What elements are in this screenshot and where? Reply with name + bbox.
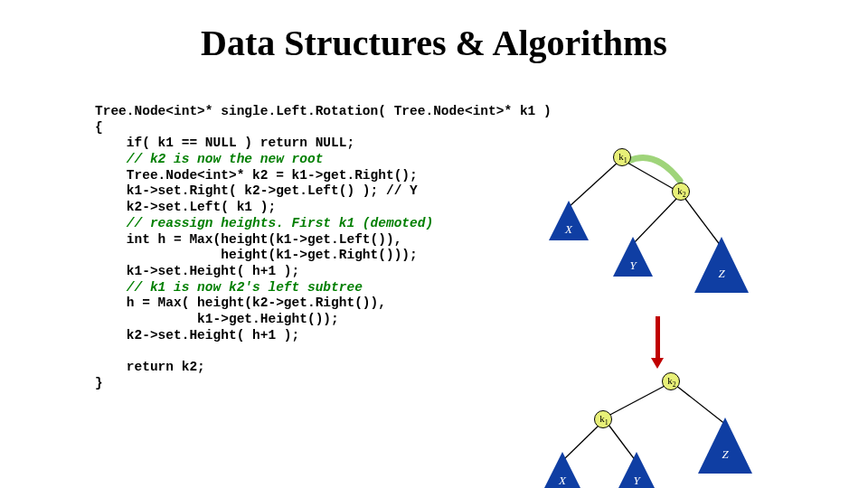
code-line: height(k1->get.Right()));	[95, 248, 418, 262]
slide: Data Structures & Algorithms Tree.Node<i…	[0, 0, 868, 488]
code-line: return k2;	[95, 360, 205, 374]
code-line: Tree.Node<int>* single.Left.Rotation( Tr…	[95, 104, 552, 118]
arrow-down-icon	[651, 316, 664, 371]
code-line: {	[95, 120, 103, 135]
code-line: k2->set.Height( h+1 );	[95, 328, 299, 343]
triangle-label-z: Z	[716, 447, 734, 462]
code-line: }	[95, 376, 103, 390]
triangle-label-z: Z	[712, 267, 731, 281]
code-comment: // k1 is now k2's left subtree	[95, 280, 363, 295]
code-line: k1->get.Height());	[95, 312, 339, 326]
code-line: k1->set.Height( h+1 );	[95, 264, 299, 278]
svg-line-4	[605, 385, 666, 418]
triangle-label-y: Y	[628, 474, 645, 488]
triangle-z	[698, 418, 752, 474]
triangle-z	[694, 237, 749, 293]
code-line: int h = Max(height(k1->get.Left()),	[95, 232, 401, 247]
code-comment: // k2 is now the new root	[95, 152, 323, 166]
triangle-label-x: X	[561, 222, 577, 237]
node-label-k1: k1	[598, 414, 610, 427]
node-label-k1: k1	[617, 152, 629, 164]
node-label-k2: k2	[675, 186, 688, 199]
code-comment: // reassign heights. First k1 (demoted)	[95, 216, 433, 230]
code-block: Tree.Node<int>* single.Left.Rotation( Tr…	[95, 104, 552, 391]
diagram-before: k1 k2 X Y Z	[533, 136, 769, 316]
node-label-k2: k2	[665, 376, 678, 389]
page-title: Data Structures & Algorithms	[0, 22, 868, 64]
code-line: h = Max( height(k2->get.Right()),	[95, 296, 386, 310]
diagram-after: k2 k1 X Y Z	[533, 371, 769, 488]
code-line: Tree.Node<int>* k2 = k1->get.Right();	[95, 168, 418, 183]
code-line: if( k1 == NULL ) return NULL;	[95, 136, 354, 150]
triangle-label-y: Y	[625, 258, 641, 273]
code-line: k1->set.Right( k2->get.Left() ); // Y	[95, 183, 418, 198]
code-line: k2->set.Left( k1 );	[95, 200, 276, 214]
triangle-label-x: X	[554, 474, 571, 488]
